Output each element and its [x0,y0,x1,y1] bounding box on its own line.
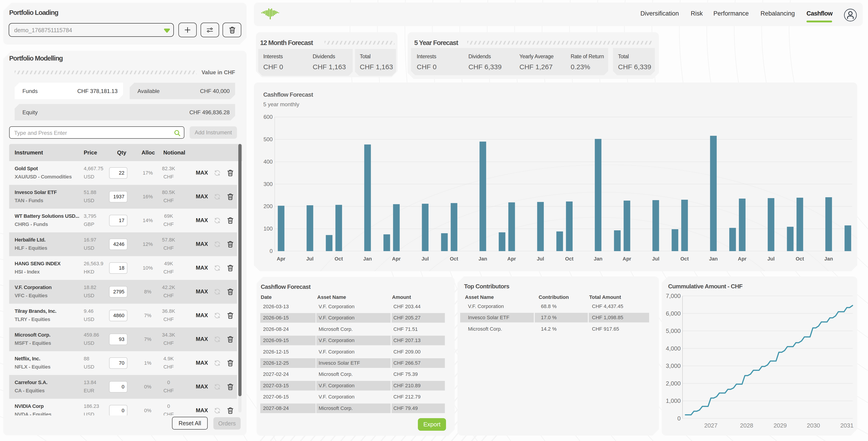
svg-text:Jan: Jan [478,256,487,262]
svg-text:Jan: Jan [363,256,372,262]
svg-text:Jul: Jul [652,256,659,262]
svg-text:2027: 2027 [704,422,717,429]
svg-text:2,000: 2,000 [666,380,681,387]
svg-text:Apr: Apr [623,256,631,262]
svg-text:Apr: Apr [507,256,516,262]
svg-text:1,000: 1,000 [666,397,681,404]
svg-text:Oct: Oct [680,256,689,262]
svg-text:Apr: Apr [277,256,285,262]
svg-text:Jul: Jul [537,256,544,262]
svg-text:3,000: 3,000 [666,363,681,369]
svg-text:2029: 2029 [774,422,787,429]
svg-text:5,000: 5,000 [666,328,681,334]
svg-text:2031: 2031 [840,422,854,429]
svg-text:Apr: Apr [738,256,747,262]
svg-text:4,000: 4,000 [666,345,681,352]
svg-text:500: 500 [264,136,273,142]
svg-text:Jan: Jan [594,256,602,262]
svg-text:Oct: Oct [335,256,343,262]
svg-text:Jul: Jul [767,256,775,262]
svg-text:0: 0 [678,415,681,422]
svg-text:600: 600 [264,114,273,120]
svg-text:Oct: Oct [796,256,804,262]
svg-text:200: 200 [264,203,273,209]
svg-text:Jul: Jul [306,256,314,262]
svg-text:Jul: Jul [422,256,429,262]
svg-text:Jan: Jan [709,256,718,262]
svg-text:Jan: Jan [824,256,833,262]
svg-text:2028: 2028 [740,422,753,429]
svg-text:0: 0 [270,248,273,254]
svg-text:Oct: Oct [565,256,574,262]
svg-text:Oct: Oct [450,256,458,262]
svg-text:2030: 2030 [807,422,820,429]
svg-text:100: 100 [264,226,273,232]
svg-text:300: 300 [264,181,273,187]
svg-text:400: 400 [264,159,273,165]
svg-text:7,000: 7,000 [666,293,681,299]
svg-text:6,000: 6,000 [666,310,681,317]
svg-text:Apr: Apr [392,256,401,262]
